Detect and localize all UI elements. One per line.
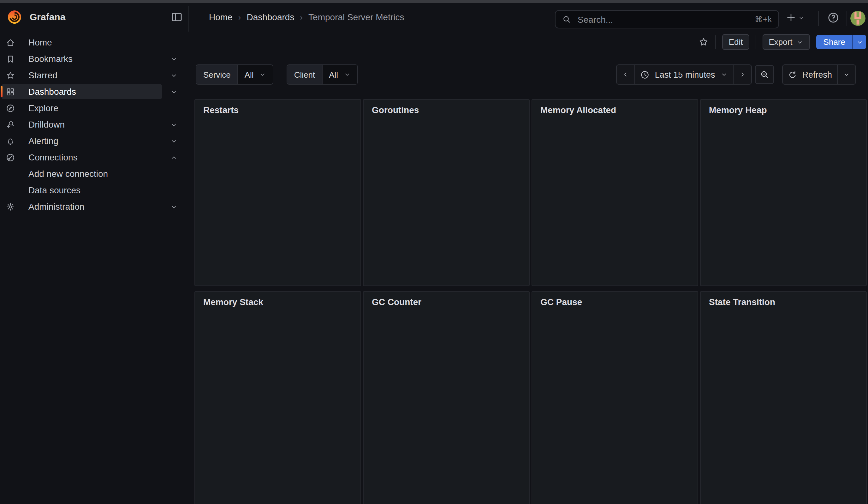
- search-icon: [562, 14, 571, 24]
- sidebar-item-home[interactable]: Home: [0, 34, 184, 51]
- breadcrumb-current-page: Temporal Server Metrics: [308, 12, 404, 22]
- breadcrumb-home[interactable]: Home: [209, 12, 232, 22]
- active-item-accent: [1, 86, 2, 97]
- avatar[interactable]: [850, 11, 866, 26]
- toolbar-separator: [715, 35, 716, 49]
- star-icon: [6, 70, 15, 80]
- grafana-logo-icon[interactable]: [6, 9, 23, 25]
- header-separator: [818, 11, 819, 26]
- search-input[interactable]: [576, 13, 755, 25]
- chevron-down-icon[interactable]: [170, 88, 178, 96]
- panel-title[interactable]: Goroutines: [372, 105, 419, 115]
- header-separator: [847, 11, 847, 26]
- time-controls: Last 15 minutes Refresh: [617, 64, 856, 85]
- active-item-highlight: [1, 84, 162, 99]
- sidebar-item-data-sources[interactable]: Data sources: [0, 182, 184, 198]
- panel-title[interactable]: State Transition: [709, 297, 775, 307]
- drilldown-icon: [6, 120, 15, 129]
- sidebar-item-starred[interactable]: Starred: [0, 67, 184, 83]
- sidebar-item-alerting[interactable]: Alerting: [0, 133, 184, 149]
- panel-goroutines: Goroutines: [363, 99, 530, 286]
- edit-button[interactable]: Edit: [723, 34, 749, 50]
- time-shift-forward-button[interactable]: [733, 65, 751, 84]
- sidebar-item-label: Bookmarks: [28, 54, 73, 64]
- sidebar: HomeBookmarksStarredDashboardsExploreDri…: [0, 32, 184, 504]
- sidebar-item-label: Alerting: [28, 136, 59, 146]
- sidebar-item-label: Dashboards: [28, 86, 76, 96]
- share-menu-button[interactable]: [852, 35, 866, 49]
- sidebar-item-connections[interactable]: Connections: [0, 149, 184, 165]
- help-icon[interactable]: [827, 11, 840, 24]
- home-icon: [6, 38, 15, 47]
- refresh-label: Refresh: [802, 70, 832, 79]
- grafana-app: Grafana Home › Dashboards › Temporal Ser…: [0, 0, 868, 504]
- sidebar-item-bookmarks[interactable]: Bookmarks: [0, 51, 184, 67]
- chevron-down-icon[interactable]: [170, 71, 178, 79]
- time-range-picker[interactable]: Last 15 minutes: [635, 65, 733, 84]
- chevron-down-icon[interactable]: [170, 55, 178, 63]
- panel-title[interactable]: GC Counter: [372, 297, 421, 307]
- search-box[interactable]: ⌘+k: [555, 10, 779, 28]
- time-range-group: Last 15 minutes: [617, 64, 752, 85]
- bookmark-icon: [6, 54, 15, 63]
- panel-title[interactable]: Memory Heap: [709, 105, 767, 115]
- export-button-label: Export: [768, 37, 792, 47]
- brand-title: Grafana: [30, 11, 65, 22]
- chevron-down-icon[interactable]: [170, 120, 178, 128]
- panel-restarts: Restarts: [194, 99, 361, 286]
- chevron-down-icon: [259, 71, 266, 78]
- breadcrumb: Home › Dashboards › Temporal Server Metr…: [209, 12, 404, 22]
- clock-icon: [640, 70, 650, 79]
- edit-button-label: Edit: [729, 37, 743, 47]
- chevron-down-icon: [796, 38, 804, 46]
- panel-state-transition: State Transition: [700, 291, 867, 504]
- share-button-label: Share: [824, 37, 845, 47]
- chevron-right-icon: [738, 71, 746, 78]
- service-variable-value[interactable]: All: [238, 65, 273, 84]
- chevron-down-icon: [856, 38, 863, 46]
- compass-icon: [6, 103, 15, 113]
- window-top-strip: [0, 0, 868, 3]
- breadcrumb-dashboards[interactable]: Dashboards: [247, 12, 294, 22]
- export-button[interactable]: Export: [762, 34, 810, 50]
- panel-title[interactable]: GC Pause: [540, 297, 582, 307]
- zoom-out-button[interactable]: [755, 65, 774, 84]
- sidebar-item-label: Starred: [28, 70, 58, 80]
- sidebar-item-dashboards[interactable]: Dashboards: [0, 83, 184, 100]
- refresh-interval-button[interactable]: [837, 65, 855, 84]
- new-dashboard-button[interactable]: [785, 12, 805, 23]
- star-dashboard-icon[interactable]: [699, 37, 709, 48]
- sidebar-item-label: Administration: [28, 202, 84, 212]
- panel-grid: Restarts Goroutines Memory Allocated Mem…: [194, 99, 867, 504]
- chevron-down-icon[interactable]: [170, 203, 178, 210]
- sidebar-item-label: Explore: [28, 103, 59, 113]
- refresh-button[interactable]: Refresh: [783, 65, 837, 84]
- sidebar-item-explore[interactable]: Explore: [0, 100, 184, 116]
- panel-memory-stack: Memory Stack: [194, 291, 361, 504]
- chevron-down-icon[interactable]: [170, 137, 178, 145]
- panel-memory-heap: Memory Heap: [700, 99, 867, 286]
- sidebar-item-label: Connections: [28, 152, 78, 162]
- sidebar-item-add-new-connection[interactable]: Add new connection: [0, 165, 184, 182]
- sidebar-item-label: Drilldown: [28, 119, 65, 130]
- sidebar-item-administration[interactable]: Administration: [0, 198, 184, 215]
- service-variable-label: Service: [196, 65, 238, 84]
- client-variable[interactable]: Client All: [287, 64, 358, 85]
- link-icon: [6, 153, 15, 162]
- sidebar-toggle-icon[interactable]: [170, 11, 183, 23]
- panel-title[interactable]: Memory Stack: [203, 297, 263, 307]
- service-variable[interactable]: Service All: [196, 64, 273, 85]
- share-button[interactable]: Share: [817, 35, 852, 49]
- chevron-left-icon: [622, 71, 630, 78]
- chevron-up-icon[interactable]: [170, 153, 178, 161]
- panel-title[interactable]: Restarts: [203, 105, 239, 115]
- bell-icon: [6, 136, 15, 146]
- panel-title[interactable]: Memory Allocated: [540, 105, 616, 115]
- time-shift-back-button[interactable]: [617, 65, 635, 84]
- share-button-group: Share: [817, 35, 866, 49]
- client-variable-value[interactable]: All: [322, 65, 357, 84]
- panel-gc-pause: GC Pause: [531, 291, 698, 504]
- panel-gc-counter: GC Counter: [363, 291, 530, 504]
- sidebar-item-drilldown[interactable]: Drilldown: [0, 116, 184, 133]
- panel-memory-allocated: Memory Allocated: [531, 99, 698, 286]
